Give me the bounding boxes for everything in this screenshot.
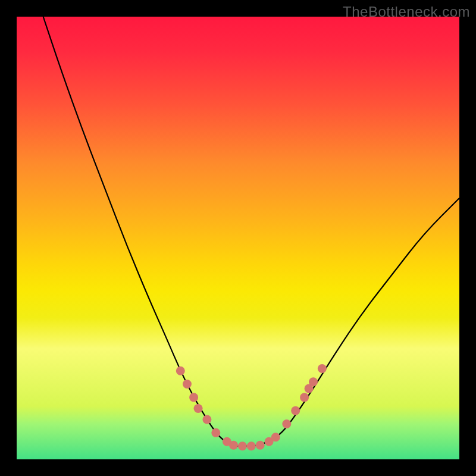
plot-area	[17, 17, 459, 459]
data-marker	[256, 441, 265, 450]
data-marker	[282, 419, 291, 428]
data-marker	[309, 377, 318, 386]
data-marker	[271, 433, 280, 441]
watermark-text: TheBottleneck.com	[343, 4, 470, 20]
data-marker	[300, 393, 309, 402]
data-marker	[318, 364, 327, 373]
data-marker	[229, 441, 238, 450]
data-marker	[202, 415, 211, 424]
data-marker	[189, 393, 198, 402]
data-marker	[183, 380, 192, 389]
data-marker	[247, 441, 256, 450]
curve-svg	[17, 17, 459, 459]
marker-group	[176, 364, 327, 450]
chart-frame: TheBottleneck.com	[0, 0, 476, 476]
data-marker	[176, 367, 185, 375]
bottleneck-curve	[43, 17, 459, 446]
data-marker	[291, 406, 300, 415]
data-marker	[238, 441, 247, 450]
data-marker	[211, 428, 220, 437]
data-marker	[194, 404, 203, 413]
